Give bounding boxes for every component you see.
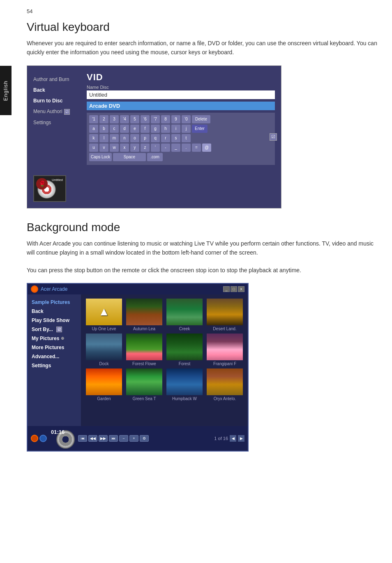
settings-ctrl-button[interactable]: ⚙ (140, 435, 149, 442)
vk-nav-burn[interactable]: Burn to Disc (33, 95, 87, 106)
volume-up-button[interactable]: + (129, 435, 138, 442)
img-cell-dock[interactable]: Dock (85, 334, 123, 366)
vk-key-z[interactable]: z (141, 144, 150, 152)
img-cell-creek[interactable]: Creek (166, 299, 203, 331)
vk-key-k[interactable]: k (89, 134, 98, 142)
restore-button[interactable]: □ (231, 286, 237, 292)
vk-key-d[interactable]: d (120, 125, 129, 133)
arcade-bottom-bar: 01:16 ⏮ ◀◀ ▶▶ ⏭ − + ⚙ (28, 426, 248, 451)
vk-key-b[interactable]: b (99, 125, 108, 133)
img-label-autumn: Autumn Lea (133, 327, 155, 331)
img-cell-up[interactable]: ▲ Up One Leve (85, 299, 123, 331)
close-button[interactable]: X (238, 286, 244, 292)
nav-sample-pictures[interactable]: Sample Pictures (32, 298, 77, 307)
arcade-content: ▲ Up One Leve Autumn Lea (81, 294, 248, 426)
img-cell-forest-flower[interactable]: Forest Flowe (125, 334, 163, 366)
img-cell-forest[interactable]: Forest (166, 334, 203, 366)
img-label-desert: Desert Land. (213, 327, 236, 331)
vk-key-c[interactable]: c (110, 125, 119, 133)
img-cell-garden[interactable]: Garden (85, 368, 123, 401)
img-cell-autumn[interactable]: Autumn Lea (125, 299, 163, 331)
vk-key-enter[interactable]: Enter (192, 125, 208, 133)
img-label-creek: Creek (179, 327, 190, 331)
vk-key-p[interactable]: p (141, 134, 150, 142)
vk-key-q[interactable]: q (151, 134, 160, 142)
vk-key-apostrophe[interactable]: ' (151, 144, 160, 152)
nav-my-pictures[interactable]: My Pictures ⊕ (32, 334, 77, 343)
play-button[interactable] (39, 435, 47, 442)
vk-key-v[interactable]: v (99, 144, 108, 152)
minus-button[interactable]: − (119, 435, 128, 442)
vk-key-0[interactable]: '0 (182, 115, 191, 123)
forward-button[interactable]: ▶▶ (99, 435, 108, 442)
vk-key-l[interactable]: l (99, 134, 108, 142)
vk-key-e[interactable]: e (130, 125, 139, 133)
vk-key-3[interactable]: 3 (110, 115, 119, 123)
vk-key-w[interactable]: w (110, 144, 119, 152)
vk-key-x[interactable]: x (120, 144, 129, 152)
arcade-body: Sample Pictures Back Play Slide Show Sor… (28, 294, 248, 426)
pagination: 1 of 16 ◀ ▶ (214, 435, 244, 442)
vk-key-dash[interactable]: - (161, 144, 170, 152)
vk-key-t[interactable]: t (182, 134, 191, 142)
nav-back[interactable]: Back (32, 307, 77, 316)
vk-key-i[interactable]: i (171, 125, 180, 133)
img-cell-humpback[interactable]: Humpback W (166, 368, 203, 401)
vk-key-period[interactable]: . (182, 144, 191, 152)
vk-key-2[interactable]: 2 (99, 115, 108, 123)
vk-key-8[interactable]: 8 (161, 115, 170, 123)
vk-key-6[interactable]: '6 (141, 115, 150, 123)
vk-input-arcade[interactable]: Arcade DVD (87, 102, 275, 110)
menu-auth-checkbox[interactable]: ☑ (64, 109, 70, 115)
img-cell-desert[interactable]: Desert Land. (206, 299, 244, 331)
vk-key-space[interactable]: Space (113, 153, 146, 161)
img-cell-green-sea[interactable]: Green Sea T (125, 368, 163, 401)
img-thumb-creek (166, 299, 203, 325)
vk-key-4[interactable]: '4 (120, 115, 129, 123)
vk-key-j[interactable]: j (182, 125, 191, 133)
prev-button[interactable]: ⏮ (78, 435, 87, 442)
vk-key-h[interactable]: h (161, 125, 170, 133)
vk-key-a[interactable]: a (89, 125, 98, 133)
nav-sort-by[interactable]: Sort By... ☑ (32, 325, 77, 334)
vk-key-r[interactable]: r (161, 134, 170, 142)
vk-key-7[interactable]: '7 (151, 115, 160, 123)
nav-more-pictures[interactable]: More Pictures (32, 343, 77, 352)
vk-key-9[interactable]: 9 (171, 115, 180, 123)
vk-key-delete[interactable]: Delete (192, 115, 210, 123)
vk-row-5: Caps Lock Space .com (89, 153, 272, 161)
vk-key-5[interactable]: 5 (130, 115, 139, 123)
vk-key-equals[interactable]: = (192, 144, 201, 152)
vk-nav-author[interactable]: Author and Burn (33, 74, 87, 85)
vk-key-y[interactable]: y (130, 144, 139, 152)
stop-button[interactable] (31, 435, 38, 442)
vk-key-dotcom[interactable]: .com (147, 153, 163, 161)
img-cell-oryx[interactable]: Oryx Antelo. (206, 368, 244, 401)
vk-nav-back[interactable]: Back (33, 85, 87, 95)
nav-advanced[interactable]: Advanced... (32, 352, 77, 361)
vk-key-1[interactable]: '1 (89, 115, 98, 123)
vk-key-at[interactable]: @ (202, 144, 211, 152)
vk-key-o[interactable]: o (130, 134, 139, 142)
vk-key-f[interactable]: f (141, 125, 150, 133)
page-number: 54 (27, 8, 380, 14)
vk-key-m[interactable]: m (110, 134, 119, 142)
minimize-button[interactable]: _ (223, 286, 230, 292)
vk-key-u[interactable]: u (89, 144, 98, 152)
vk-key-s[interactable]: s (171, 134, 180, 142)
pagination-next[interactable]: ▶ (238, 435, 244, 442)
img-cell-frangipani[interactable]: Frangipani F (206, 334, 244, 366)
next-button[interactable]: ⏭ (109, 435, 118, 442)
vk-input-untitled[interactable]: Untitled (87, 90, 275, 99)
pagination-prev[interactable]: ◀ (230, 435, 236, 442)
vk-key-underscore[interactable]: _ (171, 144, 180, 152)
nav-settings[interactable]: Settings (32, 361, 77, 370)
rewind-button[interactable]: ◀◀ (88, 435, 97, 442)
vk-key-g[interactable]: g (151, 125, 160, 133)
vk-key-n[interactable]: n (120, 134, 129, 142)
vk-right-checkbox[interactable]: ☑ (270, 133, 277, 141)
vk-nav-settings[interactable]: Settings (33, 117, 87, 128)
vk-nav-menu[interactable]: Menu Authori☑ (33, 106, 87, 117)
nav-play-slide-show[interactable]: Play Slide Show (32, 316, 77, 325)
vk-key-capslock[interactable]: Caps Lock (89, 153, 112, 161)
